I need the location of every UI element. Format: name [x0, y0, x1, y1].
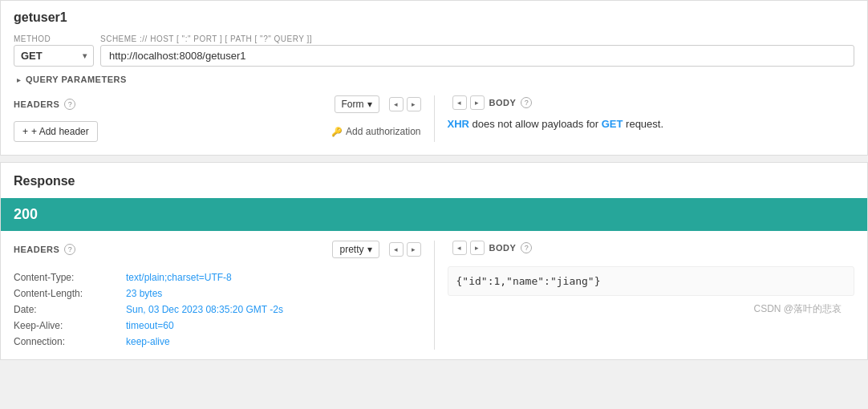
header-value: text/plain;charset=UTF-8 [126, 269, 421, 285]
headers-label: HEADERS [14, 99, 59, 109]
nav-arrows: ◂ ▸ [389, 97, 421, 111]
chevron-left-icon: ◂ [394, 100, 398, 108]
response-nav-arrows: ◂ ▸ [389, 242, 421, 257]
table-row: Connection: keep-alive [14, 334, 421, 350]
header-value: Sun, 03 Dec 2023 08:35:20 GMT -2s [126, 302, 421, 318]
method-dropdown[interactable]: GET ▾ [14, 45, 94, 67]
add-auth-label: Add authorization [346, 126, 420, 137]
url-input[interactable] [100, 45, 854, 67]
headers-body-row: HEADERS ? Form ▾ ◂ ▸ + [14, 95, 854, 142]
url-label: SCHEME :// HOST [ ":" PORT ] [ PATH [ "?… [100, 34, 854, 43]
header-value: keep-alive [126, 334, 421, 350]
response-body-next-arrow[interactable]: ▸ [470, 241, 485, 255]
response-chevron-left-icon: ◂ [394, 245, 398, 253]
header-value: timeout=60 [126, 318, 421, 334]
response-headers-section: HEADERS ? pretty ▾ ◂ ▸ [14, 241, 435, 350]
body-label: BODY [489, 98, 517, 107]
chevron-right-icon: ▸ [17, 75, 21, 84]
table-row: Date: Sun, 03 Dec 2023 08:35:20 GMT -2s [14, 302, 421, 318]
body-section: ◂ ▸ BODY ? XHR does not allow payloads f… [435, 95, 855, 130]
response-body-prev-arrow[interactable]: ◂ [452, 241, 467, 255]
add-header-label: + Add header [31, 126, 89, 137]
form-dropdown[interactable]: Form ▾ [335, 95, 379, 113]
method-wrapper: METHOD GET ▾ [14, 34, 94, 67]
body-chevron-left-icon: ◂ [457, 99, 461, 107]
table-row: Content-Type: text/plain;charset=UTF-8 [14, 269, 421, 285]
body-info-icon[interactable]: ? [521, 97, 532, 108]
chevron-down-icon: ▾ [83, 51, 87, 60]
status-code: 200 [14, 206, 38, 222]
add-auth-button[interactable]: 🔑 Add authorization [331, 126, 420, 137]
response-body-info-icon[interactable]: ? [521, 242, 532, 253]
header-key: Date: [14, 302, 126, 318]
lock-icon: 🔑 [331, 127, 343, 137]
xhr-suffix: request. [623, 118, 663, 130]
response-prev-arrow[interactable]: ◂ [389, 242, 404, 257]
body-prev-arrow[interactable]: ◂ [452, 95, 467, 110]
pretty-dropdown[interactable]: pretty ▾ [332, 241, 379, 258]
response-panel: Response 200 HEADERS ? pretty ▾ ◂ ▸ [0, 162, 868, 360]
headers-controls: + + Add header 🔑 Add authorization [14, 121, 421, 142]
response-headers-label: HEADERS [14, 245, 59, 254]
form-chevron-icon: ▾ [367, 99, 372, 110]
query-params-label[interactable]: QUERY PARAMETERS [26, 75, 127, 84]
body-section-header: ◂ ▸ BODY ? [448, 95, 855, 110]
response-title: Response [1, 163, 867, 198]
status-bar: 200 [1, 198, 867, 231]
header-key: Content-Type: [14, 269, 126, 285]
get-text: GET [602, 118, 623, 130]
response-body-section-header: ◂ ▸ BODY ? [448, 241, 855, 255]
response-headers-table: Content-Type: text/plain;charset=UTF-8 C… [14, 269, 421, 350]
response-body-chevron-right-icon: ▸ [475, 244, 479, 252]
pretty-label: pretty [339, 244, 363, 255]
table-row: Keep-Alive: timeout=60 [14, 318, 421, 334]
response-body-json: {"id":1,"name":"jiang"} [448, 266, 855, 296]
prev-arrow[interactable]: ◂ [389, 97, 404, 111]
body-next-arrow[interactable]: ▸ [470, 95, 485, 110]
xhr-middle: does not allow payloads for [469, 118, 602, 130]
watermark: CSDN @落叶的悲哀 [448, 296, 855, 321]
response-body-label: BODY [489, 243, 517, 253]
response-headers-section-header: HEADERS ? pretty ▾ ◂ ▸ [14, 241, 421, 258]
method-url-row: METHOD GET ▾ SCHEME :// HOST [ ":" PORT … [14, 34, 854, 67]
response-body-section: ◂ ▸ BODY ? {"id":1,"name":"jiang"} CSDN … [435, 241, 855, 321]
plus-icon: + [22, 126, 28, 137]
header-key: Connection: [14, 334, 126, 350]
pretty-chevron-icon: ▾ [367, 244, 372, 255]
form-dropdown-label: Form [342, 99, 364, 110]
response-chevron-right-icon: ▸ [412, 245, 416, 253]
header-key: Content-Length: [14, 285, 126, 302]
next-arrow[interactable]: ▸ [407, 97, 421, 111]
response-headers-info-icon[interactable]: ? [64, 244, 75, 255]
request-panel: getuser1 METHOD GET ▾ SCHEME :// HOST [ … [0, 0, 868, 156]
xhr-text: XHR [448, 118, 469, 130]
body-chevron-right-icon: ▸ [475, 99, 479, 107]
headers-info-icon[interactable]: ? [64, 99, 75, 110]
headers-section: HEADERS ? Form ▾ ◂ ▸ + [14, 95, 435, 142]
headers-section-header: HEADERS ? Form ▾ ◂ ▸ [14, 95, 421, 113]
xhr-notice: XHR does not allow payloads for GET requ… [448, 118, 855, 130]
url-wrapper: SCHEME :// HOST [ ":" PORT ] [ PATH [ "?… [100, 34, 854, 67]
chevron-right-nav-icon: ▸ [412, 100, 416, 108]
response-body-nav-arrows: ◂ ▸ [452, 241, 485, 255]
header-key: Keep-Alive: [14, 318, 126, 334]
header-value: 23 bytes [126, 285, 421, 302]
body-nav-arrows: ◂ ▸ [452, 95, 485, 110]
table-row: Content-Length: 23 bytes [14, 285, 421, 302]
response-body-chevron-left-icon: ◂ [457, 244, 461, 252]
query-params-row[interactable]: ▸ QUERY PARAMETERS [14, 75, 854, 84]
add-header-button[interactable]: + + Add header [14, 121, 98, 142]
response-next-arrow[interactable]: ▸ [407, 242, 421, 257]
page-title: getuser1 [14, 10, 854, 25]
response-headers-body-row: HEADERS ? pretty ▾ ◂ ▸ [1, 231, 867, 359]
method-value: GET [21, 50, 43, 62]
method-label: METHOD [14, 34, 94, 43]
